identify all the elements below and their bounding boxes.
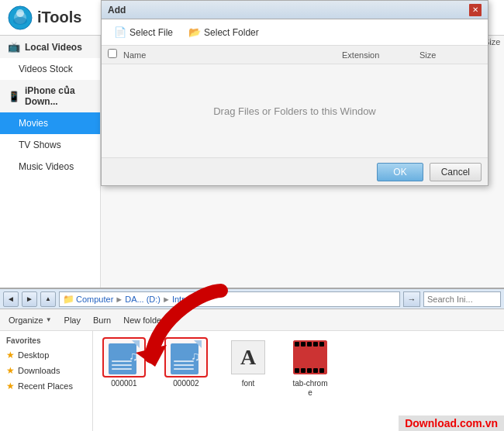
file-item-tabchrome[interactable]: tab-chrome xyxy=(285,337,335,398)
forward-button[interactable]: ► xyxy=(22,291,37,307)
itools-app: iTools 📱 ⬜ 🔄 👤 📺 Local Videos Videos Sto… xyxy=(0,0,504,431)
sidebar-item-iphone[interactable]: 📱 iPhone của Down... xyxy=(0,80,100,112)
sidebar-item-movies[interactable]: Movies xyxy=(0,112,100,134)
explorer-container: ◄ ► ▲ 📁 Computer ► DA... (D:) ► Intro → … xyxy=(0,288,504,431)
film-hole-3 xyxy=(307,342,312,347)
path-computer[interactable]: Computer xyxy=(76,295,113,304)
nav-pane: Favorites ★ Desktop ★ Downloads ★ Recent… xyxy=(0,331,93,431)
itools-logo-icon xyxy=(8,5,33,30)
iphone-icon: 📱 xyxy=(8,91,20,102)
file-icon-wrapper-tabchrome xyxy=(288,337,332,378)
folder-icon-path: 📁 xyxy=(63,294,74,305)
modal-toolbar: 📄 Select File 📂 Select Folder xyxy=(102,19,488,46)
watermark-prefix: Download xyxy=(405,417,457,429)
film-hole-1 xyxy=(295,342,299,347)
file-item-font[interactable]: A font xyxy=(223,337,273,388)
film-hole-4 xyxy=(313,342,318,347)
organize-button[interactable]: Organize ▼ xyxy=(3,313,57,327)
ok-button[interactable]: OK xyxy=(377,163,423,181)
svg-point-2 xyxy=(16,9,24,17)
film-hole-7 xyxy=(301,368,306,373)
modal-title: Add xyxy=(108,5,126,16)
file-label-000001: 000001 xyxy=(111,379,136,388)
file-item-000002[interactable]: ♫ 000002 xyxy=(161,337,211,388)
music-note-icon-2: ♫ xyxy=(191,350,200,364)
film-strip-top xyxy=(293,340,327,348)
burn-button[interactable]: Burn xyxy=(88,313,116,327)
doc-icon-000002: ♫ xyxy=(171,340,202,374)
file-icon-wrapper-font: A xyxy=(226,337,270,378)
film-hole-6 xyxy=(295,368,299,373)
svg-point-3 xyxy=(13,17,27,25)
sidebar-item-videos-stock[interactable]: Videos Stock xyxy=(0,58,100,80)
film-middle xyxy=(293,348,327,367)
doc-line-3 xyxy=(112,368,132,370)
back-button[interactable]: ◄ xyxy=(3,291,19,307)
select-folder-icon: 📂 xyxy=(188,26,201,38)
doc-line-5 xyxy=(174,364,194,366)
new-folder-button[interactable]: New folder xyxy=(118,313,170,327)
star-icon-downloads: ★ xyxy=(6,365,15,376)
film-hole-9 xyxy=(313,368,318,373)
explorer-addressbar: ◄ ► ▲ 📁 Computer ► DA... (D:) ► Intro → xyxy=(0,289,504,309)
film-hole-8 xyxy=(307,368,312,373)
modal-close-button[interactable]: ✕ xyxy=(469,4,482,16)
film-icon xyxy=(293,340,327,374)
organize-dropdown-icon: ▼ xyxy=(46,316,52,323)
music-note-icon: ♫ xyxy=(129,350,138,364)
sidebar-section-local: 📺 Local Videos Videos Stock 📱 iPhone của… xyxy=(0,36,100,178)
doc-icon-000001: ♫ xyxy=(109,340,140,374)
path-da[interactable]: DA... (D:) xyxy=(125,295,161,304)
film-hole-10 xyxy=(319,368,324,373)
doc-line-2 xyxy=(112,364,132,366)
sidebar-item-music-videos[interactable]: Music Videos xyxy=(0,156,100,178)
watermark-text: Download.com.vn xyxy=(399,415,504,431)
watermark-suffix: .com.vn xyxy=(457,417,498,429)
select-all-checkbox[interactable] xyxy=(108,49,117,58)
sidebar-item-tv-shows[interactable]: TV Shows xyxy=(0,134,100,156)
drag-drop-text: Drag Files or Folders to this Window xyxy=(213,105,376,117)
nav-item-recent-places[interactable]: ★ Recent Places xyxy=(0,378,92,394)
nav-item-downloads[interactable]: ★ Downloads xyxy=(0,363,92,378)
explorer-search-input[interactable] xyxy=(423,291,501,307)
size-column-header: Size xyxy=(419,50,482,60)
file-label-font: font xyxy=(242,379,255,388)
file-item-000001[interactable]: ♫ 000001 xyxy=(99,337,149,388)
itools-logo: iTools xyxy=(8,5,81,30)
local-videos-icon: 📺 xyxy=(8,41,20,53)
select-file-button[interactable]: 📄 Select File xyxy=(108,24,179,40)
star-icon-desktop: ★ xyxy=(6,350,15,360)
font-letter-icon: A xyxy=(240,345,256,370)
explorer-toolbar: Organize ▼ Play Burn New folder xyxy=(0,309,504,331)
watermark: Download.com.vn xyxy=(399,417,504,429)
modal-table-header: Name Extension Size xyxy=(102,46,488,64)
play-button[interactable]: Play xyxy=(59,313,86,327)
add-modal: Add ✕ 📄 Select File 📂 Select Folder Name… xyxy=(101,0,488,186)
file-label-000002: 000002 xyxy=(173,379,198,388)
nav-item-desktop[interactable]: ★ Desktop xyxy=(0,347,92,363)
path-intro[interactable]: Intro xyxy=(172,295,189,304)
sidebar-item-local-videos[interactable]: 📺 Local Videos xyxy=(0,36,100,58)
modal-titlebar: Add ✕ xyxy=(102,1,488,19)
modal-body: Drag Files or Folders to this Window xyxy=(102,64,488,157)
sidebar: 📺 Local Videos Videos Stock 📱 iPhone của… xyxy=(0,36,101,288)
file-label-tabchrome: tab-chrome xyxy=(292,379,327,398)
file-icon-wrapper-000002: ♫ xyxy=(164,337,208,378)
film-hole-5 xyxy=(319,342,324,347)
select-file-icon: 📄 xyxy=(114,26,126,38)
itools-logo-text: iTools xyxy=(37,9,81,26)
select-folder-button[interactable]: 📂 Select Folder xyxy=(182,24,265,40)
cancel-button[interactable]: Cancel xyxy=(430,163,482,181)
favorites-header: Favorites xyxy=(0,334,92,347)
modal-footer: OK Cancel xyxy=(102,157,488,185)
file-icon-wrapper-000001: ♫ xyxy=(102,337,146,378)
doc-line-6 xyxy=(174,368,194,370)
extension-column-header: Extension xyxy=(342,50,419,60)
film-strip-bottom xyxy=(293,367,327,374)
up-button[interactable]: ▲ xyxy=(40,291,56,307)
name-column-header: Name xyxy=(123,50,342,60)
check-column[interactable] xyxy=(108,49,123,60)
film-hole-2 xyxy=(301,342,306,347)
go-button[interactable]: → xyxy=(403,291,420,307)
star-icon-recent: ★ xyxy=(6,381,15,391)
